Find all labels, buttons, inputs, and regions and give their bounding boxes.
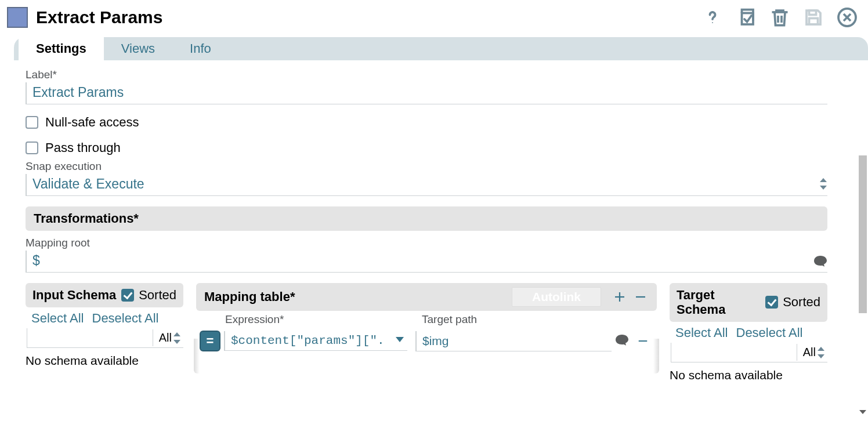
- mapping-table-title: Mapping table*: [204, 289, 295, 304]
- input-select-all[interactable]: Select All: [31, 311, 84, 326]
- dialog-title: Extract Params: [36, 8, 702, 27]
- expression-toggle-button[interactable]: =: [200, 331, 220, 351]
- input-all-select[interactable]: All: [153, 329, 183, 346]
- tab-settings[interactable]: Settings: [19, 37, 104, 60]
- snap-execution-field: Snap execution Validate & Execute: [26, 160, 856, 196]
- target-no-schema: No schema available: [670, 366, 827, 385]
- mapping-root-caption: Mapping root: [26, 237, 827, 249]
- null-safe-checkbox[interactable]: [26, 116, 38, 129]
- remove-row-button[interactable]: [630, 288, 651, 306]
- panels-row: Input Schema Sorted Select All Deselect …: [26, 283, 827, 385]
- target-all-label: All: [803, 346, 816, 358]
- snap-execution-caption: Snap execution: [26, 160, 856, 173]
- input-schema-panel: Input Schema Sorted Select All Deselect …: [26, 283, 183, 370]
- mapping-header-actions: Autolink: [512, 287, 651, 307]
- target-schema-panel: Target Schema Sorted Select All Deselect…: [670, 283, 827, 385]
- delete-icon[interactable]: [769, 7, 790, 28]
- svg-point-0: [712, 22, 713, 23]
- mapping-table-panel: Mapping table* Autolink Expression* Targ…: [196, 283, 657, 356]
- tab-bar: Settings Views Info: [14, 37, 868, 60]
- select-arrows-icon: [816, 345, 826, 360]
- add-row-button[interactable]: [609, 288, 630, 306]
- target-sorted-label: Sorted: [783, 295, 820, 310]
- input-sorted-checkbox[interactable]: [121, 289, 134, 302]
- tab-info[interactable]: Info: [172, 37, 229, 60]
- mapping-columns: Expression* Target path: [196, 311, 657, 326]
- null-safe-label: Null-safe access: [45, 115, 139, 130]
- target-schema-filter: All: [671, 343, 827, 362]
- pass-through-label: Pass through: [45, 140, 121, 155]
- snap-execution-select[interactable]: Validate & Execute: [26, 174, 827, 196]
- copy-icon[interactable]: [736, 7, 757, 28]
- label-field: Label*: [26, 68, 856, 104]
- mapping-root-field: Mapping root: [26, 237, 827, 273]
- pass-through-checkbox[interactable]: [26, 142, 38, 154]
- mapping-table-header: Mapping table* Autolink: [196, 283, 657, 311]
- expression-column-header: Expression*: [225, 313, 416, 326]
- row-comment-icon[interactable]: [615, 334, 629, 348]
- autolink-button[interactable]: Autolink: [512, 287, 601, 307]
- help-icon[interactable]: [702, 7, 723, 28]
- dropdown-icon[interactable]: [396, 337, 404, 342]
- input-deselect-all[interactable]: Deselect All: [92, 311, 159, 326]
- expression-input[interactable]: $content["params"][".: [224, 331, 407, 351]
- snap-execution-value: Validate & Execute: [27, 174, 827, 195]
- svg-rect-4: [809, 10, 816, 15]
- target-schema-links: Select All Deselect All: [670, 322, 827, 342]
- transformations-header: Transformations*: [26, 206, 827, 231]
- remove-this-row-button[interactable]: [632, 332, 653, 350]
- input-schema-header: Input Schema Sorted: [26, 283, 183, 307]
- close-icon[interactable]: [837, 7, 858, 28]
- dialog-header: Extract Params: [0, 0, 868, 37]
- pass-through-row[interactable]: Pass through: [26, 140, 856, 155]
- target-all-select[interactable]: All: [797, 344, 827, 361]
- input-sorted-label: Sorted: [139, 288, 176, 303]
- target-path-input[interactable]: $img: [415, 331, 612, 351]
- target-schema-title: Target Schema: [677, 288, 765, 317]
- header-actions: [702, 7, 861, 28]
- panel-edge: [194, 339, 200, 373]
- target-select-all[interactable]: Select All: [675, 325, 728, 340]
- input-no-schema: No schema available: [26, 351, 183, 370]
- select-arrows-icon: [818, 176, 829, 191]
- null-safe-row[interactable]: Null-safe access: [26, 115, 856, 130]
- label-input[interactable]: [26, 82, 827, 104]
- scroll-down-icon[interactable]: [858, 407, 868, 418]
- target-sorted-toggle[interactable]: Sorted: [765, 295, 820, 310]
- snap-type-icon: [7, 7, 28, 28]
- input-schema-filter: All: [27, 328, 183, 348]
- settings-content: Label* Null-safe access Pass through Sna…: [0, 60, 868, 385]
- target-schema-header: Target Schema Sorted: [670, 283, 827, 322]
- target-sorted-checkbox[interactable]: [765, 296, 778, 309]
- comment-icon[interactable]: [813, 255, 827, 269]
- label-caption: Label*: [26, 68, 856, 81]
- input-sorted-toggle[interactable]: Sorted: [121, 288, 176, 303]
- panel-edge: [653, 339, 659, 373]
- save-icon[interactable]: [803, 7, 824, 28]
- svg-rect-5: [809, 19, 818, 25]
- select-arrows-icon: [172, 331, 182, 346]
- mapping-root-input[interactable]: [26, 251, 827, 273]
- input-schema-links: Select All Deselect All: [26, 307, 183, 327]
- input-all-label: All: [159, 331, 172, 344]
- input-schema-title: Input Schema: [32, 288, 116, 302]
- mapping-row: = $content["params"][". $img: [196, 326, 657, 356]
- tab-views[interactable]: Views: [104, 37, 172, 60]
- target-deselect-all[interactable]: Deselect All: [736, 325, 803, 340]
- target-column-header: Target path: [422, 313, 613, 326]
